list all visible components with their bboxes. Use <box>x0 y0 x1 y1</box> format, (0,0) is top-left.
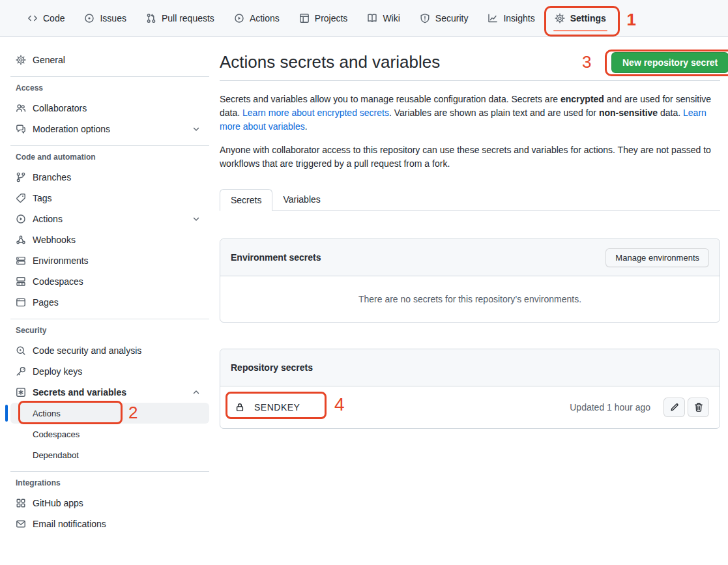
issue-opened-icon <box>84 13 95 23</box>
secrets-variables-tabnav: Secrets Variables <box>220 189 720 211</box>
sidebar-item-codespaces[interactable]: Codespaces <box>0 271 220 292</box>
code-icon <box>27 13 38 23</box>
section-title-security: Security <box>0 326 220 335</box>
delete-secret-button[interactable] <box>688 398 709 417</box>
server-icon <box>16 255 26 266</box>
codespaces-icon <box>16 276 26 287</box>
comment-discussion-icon <box>16 124 26 134</box>
chevron-up-icon <box>191 387 201 398</box>
key-icon <box>16 366 26 377</box>
sidebar-item-label: Codespaces <box>33 276 83 287</box>
sidebar-item-label: General <box>33 55 65 65</box>
sidebar-item-deploy-keys[interactable]: Deploy keys <box>0 361 220 382</box>
sidebar-item-secrets-and-variables[interactable]: Secrets and variables <box>0 382 220 403</box>
book-icon <box>367 13 377 23</box>
settings-sidebar: General Access Collaborators Moderation … <box>0 37 220 534</box>
manage-environments-button[interactable]: Manage environments <box>605 248 709 267</box>
tab-label: Actions <box>250 13 280 23</box>
card-title: Environment secrets <box>231 252 321 263</box>
sidebar-item-label: Email notifications <box>33 519 106 529</box>
sidebar-item-label: Deploy keys <box>33 366 82 377</box>
tab-label: Settings <box>570 13 606 23</box>
secret-name-group: SENDKEY <box>231 402 300 413</box>
tab-label: Code <box>43 13 65 23</box>
sidebar-subitem-dependabot[interactable]: Dependabot <box>0 444 220 465</box>
sidebar-item-collaborators[interactable]: Collaborators <box>0 98 220 119</box>
tab-label: Issues <box>100 13 126 23</box>
sidebar-item-branches[interactable]: Branches <box>0 167 220 188</box>
github-settings-page: Code Issues Pull requests Actions Projec… <box>0 0 728 565</box>
gear-icon <box>555 13 565 23</box>
tab-secrets[interactable]: Secrets <box>220 189 272 211</box>
lock-icon <box>235 402 245 413</box>
tab-security[interactable]: Security <box>415 0 474 36</box>
trash-icon <box>693 402 704 413</box>
sidebar-item-tags[interactable]: Tags <box>0 188 220 209</box>
chevron-down-icon <box>191 124 201 134</box>
tab-label: Security <box>435 13 469 23</box>
people-icon <box>16 103 26 113</box>
tab-variables[interactable]: Variables <box>272 189 330 210</box>
sidebar-item-webhooks[interactable]: Webhooks <box>0 229 220 250</box>
sidebar-item-label: Pages <box>33 297 59 308</box>
sidebar-item-label: Tags <box>33 193 52 203</box>
link-encrypted-secrets[interactable]: Learn more about encrypted secrets <box>242 108 389 118</box>
codescan-icon <box>16 345 26 356</box>
secret-row-sendkey: SENDKEY 4 Updated 1 hour ago <box>220 386 720 428</box>
repository-secrets-header: Repository secrets <box>220 349 720 386</box>
sidebar-item-environments[interactable]: Environments <box>0 250 220 271</box>
sidebar-item-label: GitHub apps <box>33 498 83 508</box>
new-repository-secret-button[interactable]: New repository secret <box>611 52 728 73</box>
repo-tab-nav: Code Issues Pull requests Actions Projec… <box>0 0 728 37</box>
repository-secrets-card: Repository secrets SENDKEY 4 Updated 1 h… <box>220 349 720 429</box>
tab-label: Wiki <box>383 13 400 23</box>
browser-icon <box>16 297 26 308</box>
text-non-sensitive: non-sensitive <box>599 108 658 118</box>
environment-secrets-empty-text: There are no secrets for this repository… <box>220 276 720 322</box>
play-icon <box>16 214 26 224</box>
sidebar-item-label: Secrets and variables <box>33 387 126 398</box>
gear-icon <box>16 55 26 65</box>
selected-indicator <box>5 405 8 422</box>
sidebar-item-label: Environments <box>33 255 89 266</box>
sidebar-subitem-actions[interactable]: Actions 2 <box>10 403 209 424</box>
sidebar-item-code-security[interactable]: Code security and analysis <box>0 340 220 361</box>
new-secret-button-area: New repository secret 3 <box>611 52 728 73</box>
annotation-number-1: 1 <box>626 11 635 28</box>
annotation-number-4: 4 <box>334 396 345 414</box>
environment-secrets-header: Environment secrets Manage environments <box>220 239 720 276</box>
tab-pull-requests[interactable]: Pull requests <box>141 0 220 36</box>
sidebar-item-general[interactable]: General <box>0 50 220 70</box>
sidebar-item-label: Moderation options <box>33 124 110 134</box>
sidebar-item-label: Code security and analysis <box>33 345 141 356</box>
description-paragraph-1: Secrets and variables allow you to manag… <box>220 93 720 134</box>
card-title: Repository secrets <box>231 362 313 373</box>
edit-secret-button[interactable] <box>663 398 685 417</box>
tab-insights[interactable]: Insights <box>482 0 540 36</box>
tab-projects[interactable]: Projects <box>294 0 353 36</box>
git-branch-icon <box>16 172 26 182</box>
sidebar-item-moderation-options[interactable]: Moderation options <box>0 119 220 139</box>
sidebar-item-label: Webhooks <box>33 235 76 245</box>
tab-actions[interactable]: Actions <box>229 0 285 36</box>
shield-icon <box>420 13 430 23</box>
sidebar-subitem-codespaces[interactable]: Codespaces <box>0 424 220 444</box>
tab-wiki[interactable]: Wiki <box>362 0 405 36</box>
tab-code[interactable]: Code <box>22 0 70 36</box>
tab-settings[interactable]: Settings 1 <box>549 0 611 36</box>
sidebar-item-github-apps[interactable]: GitHub apps <box>0 493 220 514</box>
tab-issues[interactable]: Issues <box>79 0 131 36</box>
secret-row-actions: Updated 1 hour ago <box>570 398 709 417</box>
sidebar-item-pages[interactable]: Pages <box>0 292 220 313</box>
divider <box>220 80 720 81</box>
sidebar-item-email-notifications[interactable]: Email notifications <box>0 514 220 534</box>
updated-timestamp: Updated 1 hour ago <box>570 402 650 413</box>
main-content: Actions secrets and variables Secrets an… <box>220 37 720 429</box>
key-asterisk-icon <box>16 387 26 398</box>
divider <box>10 145 209 146</box>
apps-grid-icon <box>16 498 26 508</box>
sidebar-item-actions[interactable]: Actions <box>0 209 220 229</box>
text-encrypted: encrypted <box>561 94 604 104</box>
sidebar-item-label: Collaborators <box>33 103 87 113</box>
environment-secrets-card: Environment secrets Manage environments … <box>220 239 720 323</box>
